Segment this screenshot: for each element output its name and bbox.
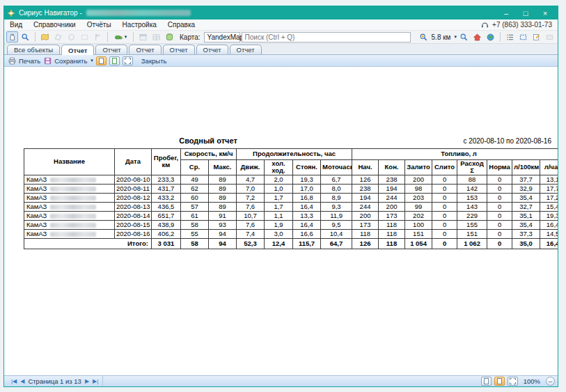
redacted-plate <box>50 196 96 201</box>
menu-item[interactable]: Справочники <box>33 21 76 29</box>
maximize-button[interactable]: □ <box>516 7 535 19</box>
map-select-combobox[interactable]: YandexMap ▾ <box>204 32 240 42</box>
data-cell: 0 <box>487 202 512 211</box>
redacted-plate <box>50 214 96 219</box>
menu-item[interactable]: Справка <box>168 21 195 29</box>
data-cell: 238 <box>352 184 379 193</box>
tab[interactable]: Все объекты <box>7 45 60 54</box>
data-cell: 35,4 <box>512 193 540 202</box>
edit-map-button[interactable] <box>39 31 51 42</box>
data-cell: 89 <box>209 193 237 202</box>
home-icon <box>473 33 482 42</box>
panel-view-button[interactable] <box>137 31 149 42</box>
chevron-down-icon[interactable]: ▾ <box>91 58 93 63</box>
statusbar: |◀ ◀ Страница 1 из 13 ▶ ▶| 100% – <box>4 375 558 386</box>
totals-cell: 126 <box>352 238 379 249</box>
menu-item[interactable]: Отчёты <box>87 21 111 29</box>
magnifier-icon <box>21 33 30 42</box>
data-cell: 244 <box>352 202 379 211</box>
data-cell: 0 <box>432 220 457 229</box>
tab[interactable]: Отчет <box>95 45 127 54</box>
toolbar-separator <box>133 32 134 42</box>
print-button[interactable]: Печать <box>8 56 40 65</box>
first-page-button[interactable]: |◀ <box>11 378 17 384</box>
data-cell: 99 <box>405 202 432 211</box>
menu-item[interactable]: Настройка <box>123 21 157 29</box>
single-page-view-button[interactable] <box>481 377 492 386</box>
tab[interactable]: Отчет <box>163 45 195 54</box>
multi-page-view-button[interactable] <box>508 377 518 386</box>
tab[interactable]: Отчет <box>196 45 228 54</box>
globe-button[interactable] <box>485 31 496 42</box>
list-button[interactable] <box>504 31 516 42</box>
tab[interactable]: Отчет <box>129 45 161 54</box>
whole-page-view-button[interactable] <box>109 56 120 65</box>
app-logo-icon <box>7 9 15 17</box>
rect-select-button[interactable] <box>79 31 91 42</box>
report-title: Сводный отчет <box>24 136 393 145</box>
edit-note-button[interactable] <box>530 31 542 42</box>
selection-button[interactable] <box>517 31 529 42</box>
tab-report-active[interactable]: Отчет <box>61 45 94 55</box>
data-cell: 10,7 <box>237 211 265 220</box>
headset-icon <box>480 20 489 29</box>
search-map-button[interactable] <box>19 31 31 42</box>
vehicle-dropdown-button[interactable]: ▾ <box>111 31 129 42</box>
vehicle-name-cell: КамАЗ <box>24 202 115 211</box>
polygon-tool-button[interactable] <box>52 31 64 42</box>
hand-icon <box>8 33 17 42</box>
zoom-select-button[interactable] <box>458 31 470 42</box>
prev-page-button[interactable]: ◀ <box>20 378 24 384</box>
table-view-button[interactable] <box>150 31 162 42</box>
save-button[interactable]: Сохранить ▾ <box>43 56 93 65</box>
fit-page-view-button[interactable] <box>494 377 505 386</box>
data-cell: 15,4 <box>540 202 558 211</box>
tab[interactable]: Отчет <box>230 45 262 54</box>
page-indicator: Страница 1 из 13 <box>28 377 81 385</box>
chevron-down-icon[interactable]: ▾ <box>454 34 457 40</box>
col-header-l-per-hour: л/час <box>540 160 558 175</box>
col-header-l-per-100km: л/100км <box>512 160 540 175</box>
pages-icon <box>125 58 131 64</box>
zoom-level: 100% <box>524 377 540 385</box>
last-page-button[interactable]: ▶| <box>93 378 98 384</box>
data-cell: 153 <box>457 193 487 202</box>
flag-tool-button[interactable] <box>92 31 104 42</box>
window-title: Сириус Навигатор - <box>19 9 82 17</box>
zoom-out-button[interactable]: – <box>546 377 555 386</box>
extra-tool-button[interactable] <box>544 31 556 42</box>
data-cell: 238 <box>379 175 405 184</box>
data-cell: 4,7 <box>237 175 265 184</box>
close-button[interactable]: × <box>535 7 555 19</box>
data-cell: 89 <box>209 184 237 193</box>
data-cell: 0 <box>432 229 457 238</box>
report-page: Сводный отчет с 2020-08-10 по 2020-08-16… <box>4 67 558 375</box>
data-cell: 2020-08-16 <box>115 229 152 238</box>
data-cell: 651,7 <box>152 211 181 220</box>
close-report-button[interactable]: Закрыть <box>141 57 167 65</box>
home-button[interactable] <box>471 31 483 42</box>
data-cell: 151 <box>457 229 487 238</box>
list-icon <box>505 33 514 42</box>
zoom-in-button[interactable] <box>418 31 430 42</box>
pan-tool-button[interactable] <box>6 31 18 42</box>
panel-icon <box>139 33 148 42</box>
two-page-view-button[interactable] <box>123 56 133 65</box>
menu-item[interactable]: Вид <box>10 21 22 29</box>
minimize-button[interactable]: – <box>496 7 516 19</box>
page-width-view-button[interactable] <box>96 56 107 65</box>
data-cell: 1,7 <box>265 202 293 211</box>
col-header-fuel-start: Нач. <box>352 160 379 175</box>
table-row: КамАЗ2020-08-13436,557897,61,716,49,3244… <box>24 202 558 211</box>
search-input[interactable] <box>242 32 411 42</box>
totals-cell: 3 031 <box>152 238 181 249</box>
data-cell: 17,2 <box>540 193 558 202</box>
data-cell: 194 <box>352 193 379 202</box>
data-cell: 126 <box>352 175 379 184</box>
circle-tool-button[interactable] <box>65 31 77 42</box>
data-cell: 9,3 <box>321 202 352 211</box>
database-button[interactable] <box>164 31 175 42</box>
next-page-button[interactable]: ▶ <box>85 378 89 384</box>
totals-cell: 64,7 <box>321 238 352 249</box>
data-cell: 0 <box>432 175 457 184</box>
